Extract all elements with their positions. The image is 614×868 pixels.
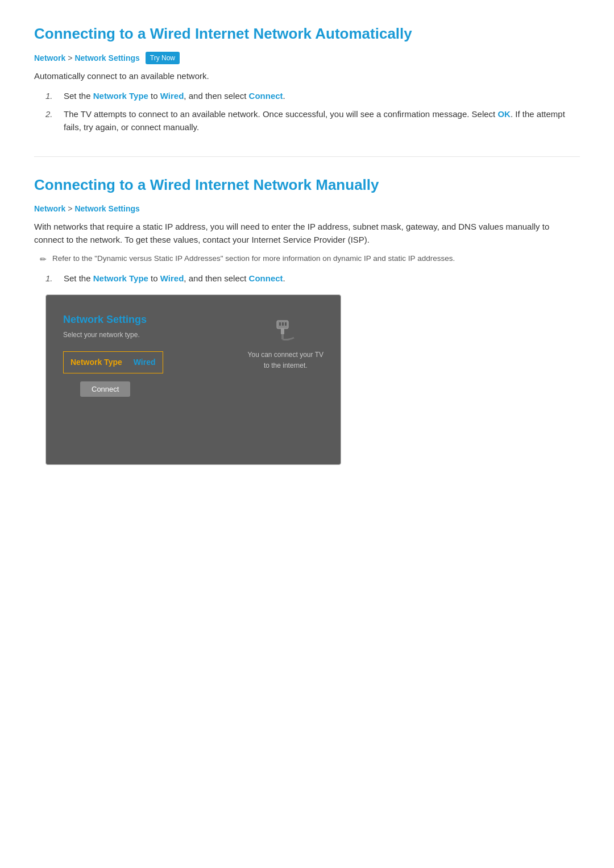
svg-rect-3 (285, 322, 287, 326)
network-type-highlight-1: Network Type (93, 91, 148, 101)
tv-network-settings-title: Network Settings (63, 312, 231, 327)
section-manual: Connecting to a Wired Internet Network M… (34, 174, 580, 465)
breadcrumb-manual: Network > Network Settings (34, 203, 580, 215)
auto-step-2: 2. The TV attempts to connect to an avai… (45, 108, 580, 134)
breadcrumb-separator-manual: > (68, 203, 72, 215)
step-1-number: 1. (45, 90, 57, 103)
ok-highlight: OK (497, 109, 511, 119)
breadcrumb-separator-auto: > (68, 52, 72, 64)
breadcrumb-network-auto[interactable]: Network (34, 52, 65, 64)
tv-network-type-value: Wired (134, 356, 156, 368)
auto-step-1: 1. Set the Network Type to Wired, and th… (45, 90, 580, 103)
svg-rect-2 (282, 322, 284, 326)
breadcrumb-network-settings-manual[interactable]: Network Settings (74, 203, 139, 215)
tv-left-panel: Network Settings Select your network typ… (63, 312, 231, 397)
tv-caption: You can connect your TV to the internet. (248, 350, 323, 371)
breadcrumb-network-settings-auto[interactable]: Network Settings (74, 52, 139, 64)
tv-network-settings-subtitle: Select your network type. (63, 330, 231, 340)
step-1-text: Set the Network Type to Wired, and then … (64, 90, 285, 103)
tv-right-panel: You can connect your TV to the internet. (248, 312, 323, 371)
connect-highlight-1: Connect (249, 91, 283, 101)
svg-rect-1 (279, 322, 281, 326)
pencil-icon: ✏ (40, 254, 47, 265)
breadcrumb-auto: Network > Network Settings Try Now (34, 52, 580, 64)
auto-steps-list: 1. Set the Network Type to Wired, and th… (34, 90, 580, 134)
tv-screenshot: Network Settings Select your network typ… (45, 294, 341, 465)
manual-steps-list: 1. Set the Network Type to Wired, and th… (34, 272, 580, 285)
section-auto: Connecting to a Wired Internet Network A… (34, 23, 580, 134)
breadcrumb-network-manual[interactable]: Network (34, 203, 65, 215)
tv-network-row: Network Type Wired (63, 351, 163, 373)
tv-network-type-label: Network Type (70, 356, 122, 368)
auto-intro: Automatically connect to an available ne… (34, 70, 580, 83)
connect-highlight-2: Connect (249, 273, 283, 283)
svg-rect-4 (281, 329, 284, 334)
manual-step-1-number: 1. (45, 272, 57, 285)
note-text: Refer to the "Dynamic versus Static IP A… (52, 253, 455, 264)
network-type-highlight-2: Network Type (93, 273, 148, 283)
section-manual-title: Connecting to a Wired Internet Network M… (34, 174, 580, 196)
tv-connect-button[interactable]: Connect (80, 381, 130, 397)
pencil-note: ✏ Refer to the "Dynamic versus Static IP… (34, 253, 580, 265)
step-2-text: The TV attempts to connect to an availab… (64, 108, 580, 134)
wired-highlight-2: Wired (160, 273, 184, 283)
manual-step-1: 1. Set the Network Type to Wired, and th… (45, 272, 580, 285)
wired-highlight-1: Wired (160, 91, 184, 101)
section-divider (34, 156, 580, 157)
manual-step-1-text: Set the Network Type to Wired, and then … (64, 272, 285, 285)
section-auto-title: Connecting to a Wired Internet Network A… (34, 23, 580, 45)
step-2-number: 2. (45, 108, 57, 121)
ethernet-icon (271, 318, 300, 342)
manual-intro: With networks that require a static IP a… (34, 221, 580, 246)
try-now-badge[interactable]: Try Now (146, 52, 180, 64)
